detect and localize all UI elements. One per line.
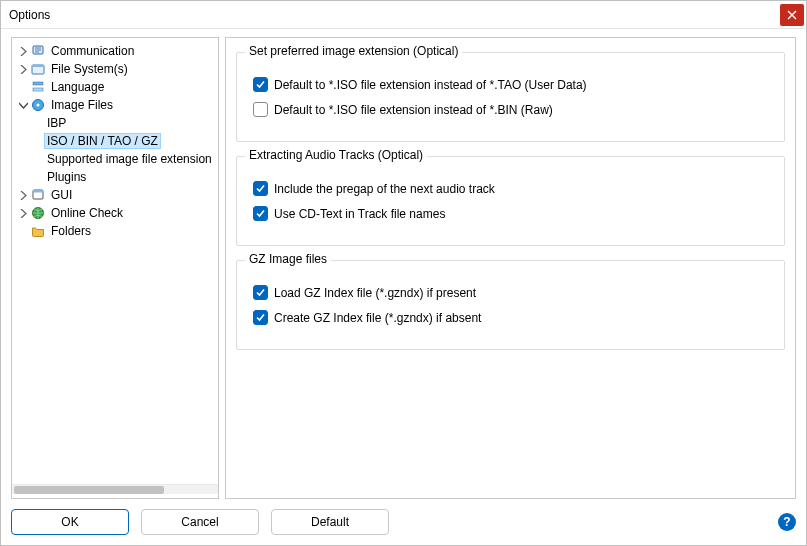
tree-item-label: Folders [48,223,94,239]
chevron-right-icon[interactable] [16,206,30,220]
tree-item-label: Plugins [44,169,89,185]
svg-point-6 [37,104,40,107]
tree-item-file-system[interactable]: File System(s) [12,60,218,78]
tree-item-label: Online Check [48,205,126,221]
checkbox-label: Load GZ Index file (*.gzndx) if present [274,286,476,300]
tree-item-supported-extensions[interactable]: Supported image file extension [12,150,218,168]
tree-item-folders[interactable]: Folders [12,222,218,240]
tree-item-iso-bin-tao-gz[interactable]: ISO / BIN / TAO / GZ [12,132,218,150]
scrollbar-thumb[interactable] [14,486,164,494]
tree-item-label: Supported image file extension [44,151,215,167]
help-icon[interactable]: ? [778,513,796,531]
checkbox-load-gz[interactable] [253,285,268,300]
checkbox-cdtext[interactable] [253,206,268,221]
chevron-right-icon[interactable] [16,44,30,58]
group-title: Set preferred image extension (Optical) [245,44,462,58]
content-panel: Set preferred image extension (Optical) … [225,37,796,499]
checkbox-label: Use CD-Text in Track file names [274,207,445,221]
checkbox-label: Include the pregap of the next audio tra… [274,182,495,196]
svg-rect-2 [32,65,44,67]
dialog-footer: OK Cancel Default ? [1,503,806,545]
chevron-down-icon[interactable] [16,98,30,112]
folder-icon [30,223,46,239]
options-dialog: Options Communication File System(s) [0,0,807,546]
group-preferred-extension: Set preferred image extension (Optical) … [236,52,785,142]
window-title: Options [9,8,780,22]
tree-item-gui[interactable]: GUI [12,186,218,204]
ok-button[interactable]: OK [11,509,129,535]
close-button[interactable] [780,4,804,26]
chevron-right-icon[interactable] [16,188,30,202]
cancel-button[interactable]: Cancel [141,509,259,535]
horizontal-scrollbar[interactable] [12,484,218,494]
tree-item-online-check[interactable]: Online Check [12,204,218,222]
option-create-gz-index[interactable]: Create GZ Index file (*.gzndx) if absent [253,310,774,325]
titlebar: Options [1,1,806,29]
help-label: ? [783,515,790,529]
svg-rect-4 [33,88,43,91]
checkbox-label: Create GZ Index file (*.gzndx) if absent [274,311,481,325]
file-system-icon [30,61,46,77]
tree-item-language[interactable]: Language [12,78,218,96]
option-load-gz-index[interactable]: Load GZ Index file (*.gzndx) if present [253,285,774,300]
tree-item-label: Communication [48,43,137,59]
communication-icon [30,43,46,59]
tree-item-label: Language [48,79,107,95]
tree-item-image-files[interactable]: Image Files [12,96,218,114]
group-extracting-audio: Extracting Audio Tracks (Optical) Includ… [236,156,785,246]
tree-item-plugins[interactable]: Plugins [12,168,218,186]
checkbox-label: Default to *.ISO file extension instead … [274,78,587,92]
language-icon [30,79,46,95]
tree-item-label: IBP [44,115,69,131]
sidebar: Communication File System(s) Language Im… [11,37,219,499]
default-button[interactable]: Default [271,509,389,535]
tree-item-ibp[interactable]: IBP [12,114,218,132]
disc-icon [30,97,46,113]
globe-icon [30,205,46,221]
tree-item-communication[interactable]: Communication [12,42,218,60]
checkbox-iso-bin[interactable] [253,102,268,117]
button-label: Cancel [181,515,218,529]
tree-item-label: ISO / BIN / TAO / GZ [44,133,161,149]
checkbox-label: Default to *.ISO file extension instead … [274,103,553,117]
dialog-body: Communication File System(s) Language Im… [1,29,806,503]
button-label: Default [311,515,349,529]
chevron-right-icon[interactable] [16,62,30,76]
option-cdtext[interactable]: Use CD-Text in Track file names [253,206,774,221]
nav-tree: Communication File System(s) Language Im… [12,42,218,484]
tree-item-label: File System(s) [48,61,131,77]
group-title: GZ Image files [245,252,331,266]
svg-rect-8 [33,190,43,193]
tree-item-label: Image Files [48,97,116,113]
option-iso-bin[interactable]: Default to *.ISO file extension instead … [253,102,774,117]
group-gz-image-files: GZ Image files Load GZ Index file (*.gzn… [236,260,785,350]
checkbox-pregap[interactable] [253,181,268,196]
svg-rect-3 [33,82,43,85]
tree-item-label: GUI [48,187,75,203]
checkbox-iso-tao[interactable] [253,77,268,92]
option-iso-tao[interactable]: Default to *.ISO file extension instead … [253,77,774,92]
window-icon [30,187,46,203]
button-label: OK [61,515,78,529]
checkbox-create-gz[interactable] [253,310,268,325]
option-include-pregap[interactable]: Include the pregap of the next audio tra… [253,181,774,196]
group-title: Extracting Audio Tracks (Optical) [245,148,427,162]
